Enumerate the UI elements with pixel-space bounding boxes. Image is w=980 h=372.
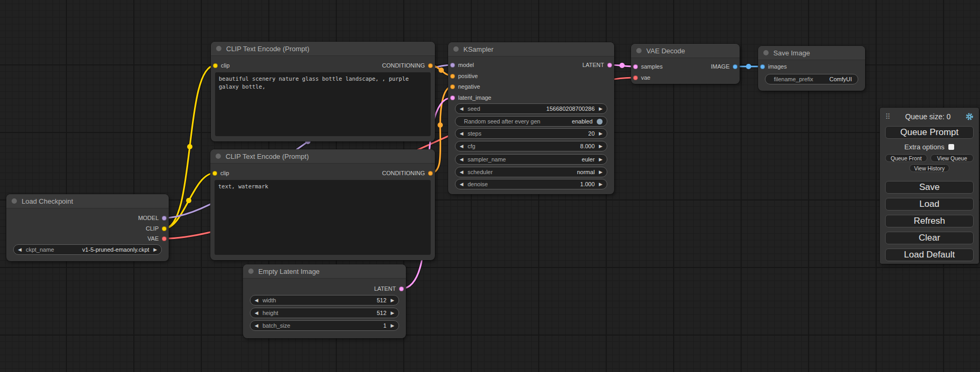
port-model-output[interactable] [162,216,167,221]
widget-height[interactable]: ◀ height 512 ▶ [250,308,399,318]
port-conditioning-output[interactable] [428,63,433,68]
clear-button[interactable]: Clear [885,232,974,244]
decrement-icon[interactable]: ◀ [460,157,463,162]
save-button[interactable]: Save [885,181,974,194]
drag-handle-icon[interactable]: ⠿ [885,113,890,120]
node-empty-latent-image[interactable]: Empty Latent Image LATENT ◀ width 512 ▶ … [243,264,406,338]
decrement-icon[interactable]: ◀ [255,323,258,328]
collapse-dot-icon[interactable] [636,48,642,53]
slot-clip-output: CLIP [146,224,167,233]
increment-icon[interactable]: ▶ [599,144,603,149]
decrement-icon[interactable]: ◀ [460,182,463,187]
decrement-icon[interactable]: ◀ [255,298,258,303]
port-positive-input[interactable] [450,74,455,79]
view-queue-button[interactable]: View Queue [930,154,974,162]
port-conditioning-output[interactable] [428,171,433,176]
node-title: CLIP Text Encode (Prompt) [226,152,309,160]
collapse-dot-icon[interactable] [763,50,769,55]
node-title: Save Image [773,49,810,57]
decrement-icon[interactable]: ◀ [255,311,258,316]
extra-options-checkbox[interactable] [948,144,954,150]
node-load-checkpoint[interactable]: Load Checkpoint MODEL CLIP VAE ◀ ckpt_na… [6,194,169,261]
slot-positive-input: positive [450,71,478,81]
node-title-bar[interactable]: Save Image [758,46,865,60]
node-title-bar[interactable]: Empty Latent Image [243,264,406,279]
gear-icon[interactable] [965,112,974,121]
prompt-textarea[interactable]: beautiful scenery nature glass bottle la… [215,72,431,136]
port-vae-input[interactable] [633,75,638,80]
decrement-icon[interactable]: ◀ [460,131,463,136]
port-latent-image-input[interactable] [450,96,455,100]
collapse-dot-icon[interactable] [216,154,221,159]
queue-prompt-button[interactable]: Queue Prompt [885,126,974,139]
widget-filename-prefix[interactable]: filename_prefix ComfyUI [765,74,858,84]
widget-sampler-name[interactable]: ◀ sampler_name euler ▶ [455,154,607,165]
queue-front-button[interactable]: Queue Front [885,154,927,162]
node-title-bar[interactable]: VAE Decode [631,44,740,58]
load-default-button[interactable]: Load Default [885,249,974,261]
widget-scheduler[interactable]: ◀ scheduler normal ▶ [455,167,607,177]
queue-size-label: Queue size: 0 [890,112,965,121]
node-vae-decode[interactable]: VAE Decode samples vae IMAGE [631,44,740,84]
node-clip-text-encode-positive[interactable]: CLIP Text Encode (Prompt) clip CONDITION… [211,42,435,141]
collapse-dot-icon[interactable] [453,46,459,52]
port-image-output[interactable] [733,64,738,69]
increment-icon[interactable]: ▶ [391,298,394,303]
widget-steps[interactable]: ◀ steps 20 ▶ [455,128,607,139]
widget-ckpt-name[interactable]: ◀ ckpt_name v1-5-pruned-emaonly.ckpt ▶ [13,244,162,255]
load-button[interactable]: Load [885,198,974,211]
node-title-bar[interactable]: CLIP Text Encode (Prompt) [211,42,435,56]
port-latent-output[interactable] [607,63,612,68]
widget-width[interactable]: ◀ width 512 ▶ [250,295,399,306]
collapse-dot-icon[interactable] [12,198,17,204]
port-clip-input[interactable] [212,171,217,176]
decrement-icon[interactable]: ◀ [460,107,463,111]
port-model-input[interactable] [450,63,455,68]
node-title-bar[interactable]: KSampler [448,42,614,56]
node-title: CLIP Text Encode (Prompt) [226,45,309,53]
toggle-on-icon[interactable] [597,119,603,125]
decrement-icon[interactable]: ◀ [18,247,22,252]
widget-seed[interactable]: ◀ seed 156680208700286 ▶ [455,103,607,114]
port-clip-input[interactable] [213,63,218,68]
prompt-textarea[interactable]: text, watermark [215,180,431,255]
increment-icon[interactable]: ▶ [599,107,603,111]
node-clip-text-encode-negative[interactable]: CLIP Text Encode (Prompt) clip CONDITION… [210,149,435,260]
increment-icon[interactable]: ▶ [599,170,603,175]
node-title-bar[interactable]: CLIP Text Encode (Prompt) [210,149,435,164]
increment-icon[interactable]: ▶ [153,247,157,252]
widget-denoise[interactable]: ◀ denoise 1.000 ▶ [455,179,607,189]
slot-image-output: IMAGE [711,62,738,71]
slot-model-output: MODEL [138,213,167,223]
port-latent-output[interactable] [399,287,404,291]
view-history-button[interactable]: View History [909,164,949,172]
increment-icon[interactable]: ▶ [391,323,394,328]
decrement-icon[interactable]: ◀ [460,170,463,175]
refresh-button[interactable]: Refresh [885,215,974,227]
increment-icon[interactable]: ▶ [599,131,603,136]
port-images-input[interactable] [760,64,765,69]
node-ksampler[interactable]: KSampler model positive negative latent_… [448,42,614,194]
port-negative-input[interactable] [450,84,455,89]
increment-icon[interactable]: ▶ [599,182,603,187]
graph-canvas[interactable]: { "icons": { "left_arrow": "◀", "right_a… [0,0,980,372]
port-clip-output[interactable] [162,226,167,231]
increment-icon[interactable]: ▶ [599,157,603,162]
slot-latent-image-input: latent_image [450,93,491,102]
collapse-dot-icon[interactable] [216,46,221,51]
node-title-bar[interactable]: Load Checkpoint [6,194,169,208]
port-samples-input[interactable] [633,64,638,69]
queue-panel: ⠿ Queue size: 0 Queue Prompt Extra optio… [880,108,979,264]
port-vae-output[interactable] [162,236,167,241]
collapse-dot-icon[interactable] [248,269,254,274]
slot-latent-output: LATENT [374,284,404,293]
widget-random-seed-toggle[interactable]: Random seed after every gen enabled [455,116,607,127]
decrement-icon[interactable]: ◀ [460,144,463,149]
slot-images-input: images [760,62,787,71]
widget-batch-size[interactable]: ◀ batch_size 1 ▶ [250,320,399,331]
widget-cfg[interactable]: ◀ cfg 8.000 ▶ [455,141,607,151]
slot-negative-input: negative [450,82,480,91]
increment-icon[interactable]: ▶ [391,311,394,316]
node-save-image[interactable]: Save Image images filename_prefix ComfyU… [758,46,865,91]
slot-conditioning-output: CONDITIONING [382,61,433,70]
